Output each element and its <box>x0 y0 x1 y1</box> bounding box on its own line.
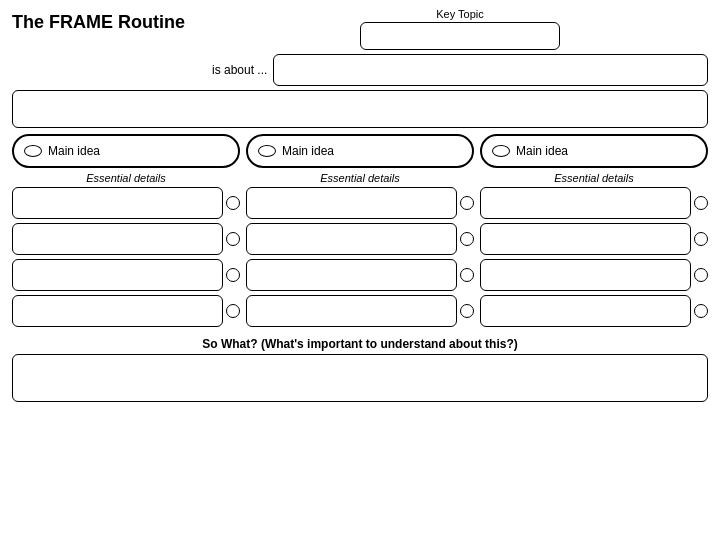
header-row: The FRAME Routine Key Topic <box>12 8 708 50</box>
connector-circle-1-4 <box>226 304 240 318</box>
detail-row-1-1 <box>12 187 240 219</box>
main-idea-box-1[interactable]: Main idea <box>12 134 240 168</box>
connector-circle-3-3 <box>694 268 708 282</box>
detail-box-3-4[interactable] <box>480 295 691 327</box>
main-idea-oval-2 <box>258 145 276 157</box>
detail-row-1-2 <box>12 223 240 255</box>
connector-circle-2-1 <box>460 196 474 210</box>
connector-circle-3-1 <box>694 196 708 210</box>
detail-row-1-3 <box>12 259 240 291</box>
is-about-input-box[interactable] <box>273 54 708 86</box>
detail-box-1-4[interactable] <box>12 295 223 327</box>
column-2: Main idea Essential details <box>246 134 474 331</box>
connector-circle-1-2 <box>226 232 240 246</box>
detail-box-3-2[interactable] <box>480 223 691 255</box>
connector-circle-3-2 <box>694 232 708 246</box>
detail-box-2-2[interactable] <box>246 223 457 255</box>
detail-box-2-1[interactable] <box>246 187 457 219</box>
detail-box-3-1[interactable] <box>480 187 691 219</box>
detail-row-2-2 <box>246 223 474 255</box>
detail-box-2-3[interactable] <box>246 259 457 291</box>
connector-circle-2-2 <box>460 232 474 246</box>
so-what-label: So What? (What's important to understand… <box>12 337 708 351</box>
connector-circle-1-3 <box>226 268 240 282</box>
connector-circle-2-4 <box>460 304 474 318</box>
essential-label-3: Essential details <box>480 172 708 184</box>
detail-row-3-3 <box>480 259 708 291</box>
frame-routine-container: The FRAME Routine Key Topic is about ...… <box>0 0 720 540</box>
detail-row-3-2 <box>480 223 708 255</box>
main-idea-oval-3 <box>492 145 510 157</box>
key-topic-area: Key Topic <box>212 8 708 50</box>
so-what-input-box[interactable] <box>12 354 708 402</box>
so-what-section: So What? (What's important to understand… <box>12 337 708 402</box>
main-idea-box-3[interactable]: Main idea <box>480 134 708 168</box>
detail-row-2-3 <box>246 259 474 291</box>
essential-label-1: Essential details <box>12 172 240 184</box>
columns-section: Main idea Essential details <box>12 134 708 331</box>
column-1: Main idea Essential details <box>12 134 240 331</box>
detail-row-3-1 <box>480 187 708 219</box>
detail-row-1-4 <box>12 295 240 327</box>
detail-row-2-4 <box>246 295 474 327</box>
connector-circle-3-4 <box>694 304 708 318</box>
detail-row-3-4 <box>480 295 708 327</box>
main-idea-label-2: Main idea <box>282 144 334 158</box>
is-about-text: is about ... <box>212 63 267 77</box>
detail-box-2-4[interactable] <box>246 295 457 327</box>
connector-circle-1-1 <box>226 196 240 210</box>
essential-label-2: Essential details <box>246 172 474 184</box>
key-topic-input-box[interactable] <box>360 22 560 50</box>
detail-box-3-3[interactable] <box>480 259 691 291</box>
is-about-row: is about ... <box>12 54 708 86</box>
detail-box-1-2[interactable] <box>12 223 223 255</box>
key-topic-label: Key Topic <box>212 8 708 20</box>
main-idea-oval-1 <box>24 145 42 157</box>
column-3: Main idea Essential details <box>480 134 708 331</box>
top-description-box[interactable] <box>12 90 708 128</box>
detail-box-1-3[interactable] <box>12 259 223 291</box>
frame-title: The FRAME Routine <box>12 8 212 33</box>
main-idea-label-3: Main idea <box>516 144 568 158</box>
main-idea-box-2[interactable]: Main idea <box>246 134 474 168</box>
connector-circle-2-3 <box>460 268 474 282</box>
detail-row-2-1 <box>246 187 474 219</box>
main-idea-label-1: Main idea <box>48 144 100 158</box>
detail-box-1-1[interactable] <box>12 187 223 219</box>
